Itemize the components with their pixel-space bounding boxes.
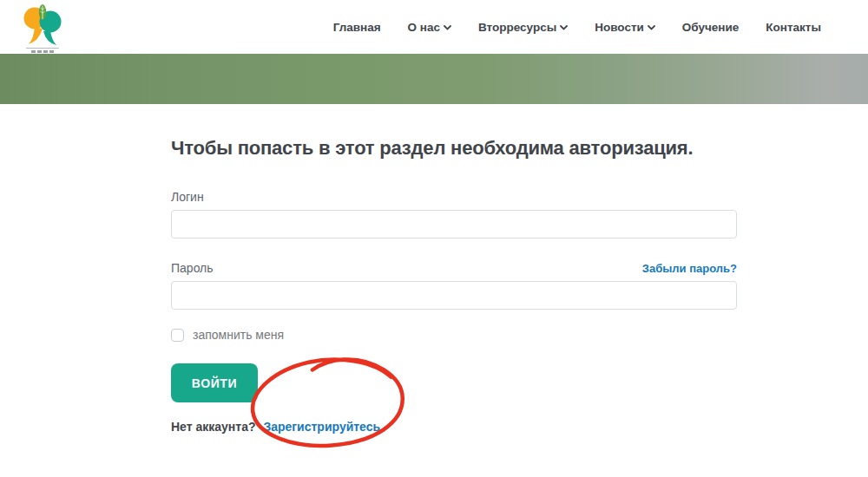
login-field-group: Логин <box>171 190 737 238</box>
password-input[interactable] <box>171 281 737 310</box>
site-logo[interactable] <box>21 3 64 53</box>
nav-item-obuchenie[interactable]: Обучение <box>682 21 739 34</box>
auth-section: Чтобы попасть в этот раздел необходима а… <box>171 137 737 434</box>
no-account-text: Нет аккаунта? <box>171 420 255 434</box>
logo-caption <box>26 48 59 53</box>
nav-item-vtorresursy[interactable]: Вторресурсы <box>478 21 568 34</box>
remember-checkbox[interactable] <box>171 329 184 342</box>
password-label: Пароль <box>171 261 214 275</box>
hero-banner-image <box>0 54 868 104</box>
nav-item-o-nas[interactable]: О нас <box>408 21 451 34</box>
chevron-down-icon <box>560 25 568 30</box>
password-field-group: Пароль Забыли пароль? <box>171 261 737 310</box>
site-header: Главная О нас Вторресурсы Новости Обучен… <box>0 0 868 54</box>
logo-99-icon <box>22 3 63 47</box>
login-button[interactable]: ВОЙТИ <box>171 363 258 402</box>
nav-item-glavnaya[interactable]: Главная <box>333 21 381 34</box>
auth-heading: Чтобы попасть в этот раздел необходима а… <box>171 137 737 160</box>
main-nav: Главная О нас Вторресурсы Новости Обучен… <box>333 21 821 34</box>
register-row: Нет аккаунта? Зарегистрируйтесь <box>171 420 737 434</box>
nav-item-kontakty[interactable]: Контакты <box>766 21 821 34</box>
login-input[interactable] <box>171 210 737 238</box>
chevron-down-icon <box>444 25 451 30</box>
remember-label: запомнить меня <box>193 328 284 342</box>
register-link[interactable]: Зарегистрируйтесь <box>263 420 380 434</box>
remember-me-row: запомнить меня <box>171 328 737 342</box>
nav-item-novosti[interactable]: Новости <box>595 21 655 34</box>
forgot-password-link[interactable]: Забыли пароль? <box>642 262 737 275</box>
login-label: Логин <box>171 190 737 204</box>
chevron-down-icon <box>648 25 655 30</box>
